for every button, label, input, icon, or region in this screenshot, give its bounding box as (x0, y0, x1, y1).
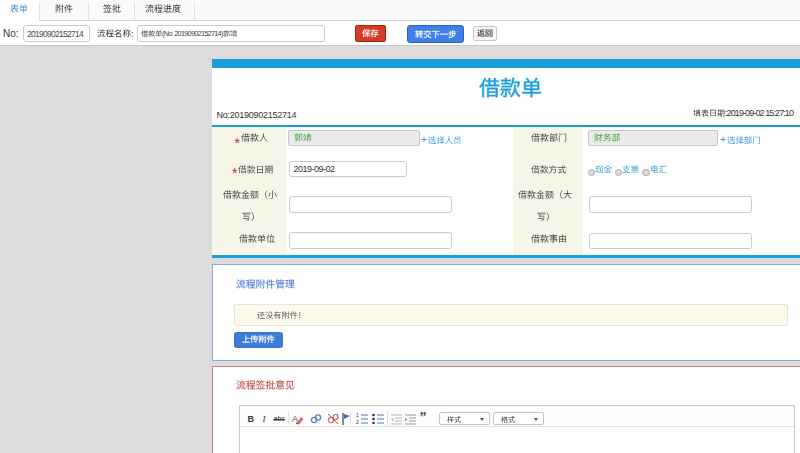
svg-text:2: 2 (356, 419, 359, 425)
svg-text:1: 1 (356, 413, 359, 418)
